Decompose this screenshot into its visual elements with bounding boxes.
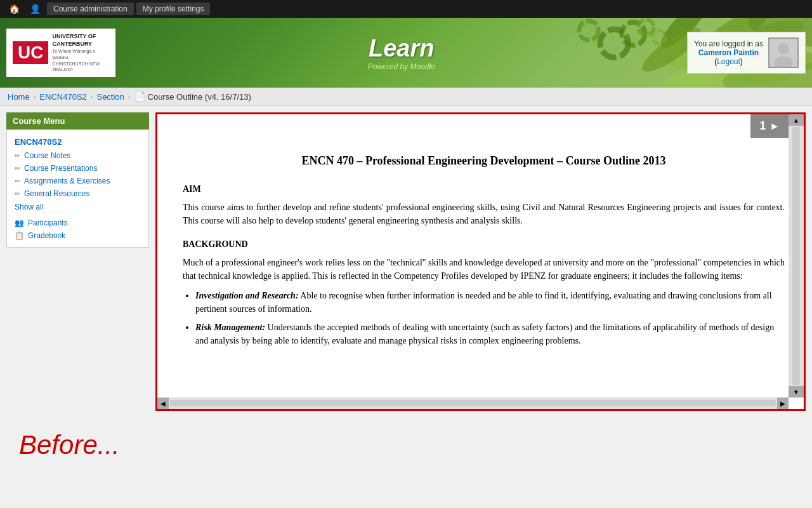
uc-name-line4: CHRISTCHURCH NEW ZEALAND bbox=[52, 61, 109, 74]
background-heading: BACKGROUND bbox=[183, 237, 785, 251]
scroll-track-v[interactable] bbox=[792, 127, 800, 385]
menu-item-course-notes[interactable]: ✏ Course Notes bbox=[7, 149, 148, 162]
participants-label: Participants bbox=[28, 218, 68, 227]
bullet2-label: Risk Management: bbox=[195, 323, 265, 332]
bullet2-text: Understands the accepted methods of deal… bbox=[195, 323, 774, 345]
home-icon[interactable]: 🏠 bbox=[5, 3, 23, 15]
top-navigation: 🏠 👤 Course administration My profile set… bbox=[0, 0, 812, 18]
profile-settings-button[interactable]: My profile settings bbox=[136, 3, 211, 15]
course-menu-body: ENCN470S2 ✏ Course Notes ✏ Course Presen… bbox=[6, 130, 149, 248]
user-icon[interactable]: 👤 bbox=[26, 3, 44, 15]
learn-title: Learn bbox=[115, 35, 687, 62]
menu-gradebook[interactable]: 📋 Gradebook bbox=[7, 229, 148, 242]
participants-icon: 👥 bbox=[15, 218, 24, 227]
scroll-up-button[interactable]: ▲ bbox=[789, 114, 804, 126]
scroll-track-h[interactable] bbox=[170, 400, 776, 406]
show-all-link[interactable]: Show all bbox=[7, 200, 148, 214]
uc-logo: UC UNIVERSITY OF CANTERBURY Te Whare Wān… bbox=[6, 29, 115, 77]
scroll-left-button[interactable]: ◀ bbox=[157, 398, 169, 409]
bullet-item-2: Risk Management: Understands the accepte… bbox=[195, 321, 785, 347]
username-link[interactable]: Cameron Paintin bbox=[694, 48, 763, 57]
course-admin-button[interactable]: Course administration bbox=[47, 3, 134, 15]
document-viewer: ▲ ▼ 1 ► ENCN 470 – Professional Engineer… bbox=[155, 112, 806, 411]
pencil-icon: ✏ bbox=[15, 164, 20, 173]
bullet1-label: Investigation and Research: bbox=[195, 291, 299, 300]
menu-item-general-resources[interactable]: ✏ General Resources bbox=[7, 187, 148, 200]
breadcrumb-current: Course Outline (v4, 16/7/13) bbox=[148, 92, 251, 102]
pencil-icon: ✏ bbox=[15, 177, 20, 185]
svg-point-15 bbox=[778, 43, 789, 55]
menu-item-label: Course Notes bbox=[24, 151, 70, 160]
logged-in-label: You are logged in as bbox=[694, 39, 763, 48]
scroll-right-button[interactable]: ▶ bbox=[777, 398, 789, 409]
header-banner: UC UNIVERSITY OF CANTERBURY Te Whare Wān… bbox=[0, 18, 812, 88]
gradebook-icon: 📋 bbox=[15, 231, 24, 240]
vertical-scrollbar[interactable]: ▲ ▼ bbox=[789, 114, 804, 398]
bullet-item-1: Investigation and Research: Able to reco… bbox=[195, 289, 785, 316]
aim-heading: AIM bbox=[183, 182, 785, 196]
horizontal-scrollbar[interactable]: ◀ ▶ bbox=[157, 398, 789, 409]
menu-item-label: General Resources bbox=[24, 189, 89, 198]
before-text: Before... bbox=[0, 417, 812, 473]
pencil-icon: ✏ bbox=[15, 152, 20, 160]
pdf-icon: 📄 bbox=[134, 91, 145, 102]
menu-item-label: Assignments & Exercises bbox=[24, 177, 110, 185]
course-link[interactable]: ENCN470S2 bbox=[7, 135, 148, 149]
main-content: Course Menu ENCN470S2 ✏ Course Notes ✏ C… bbox=[0, 106, 812, 417]
background-text: Much of a professional engineer's work r… bbox=[183, 256, 785, 283]
svg-point-16 bbox=[774, 57, 793, 67]
gradebook-label: Gradebook bbox=[28, 231, 65, 240]
page-number: 1 bbox=[759, 119, 766, 133]
powered-by: Powered by Moodle bbox=[115, 62, 687, 71]
uc-name-line3: Te Whare Wānanga o Waitaha bbox=[52, 48, 109, 61]
pencil-icon: ✏ bbox=[15, 190, 20, 198]
menu-item-course-presentations[interactable]: ✏ Course Presentations bbox=[7, 162, 148, 175]
header-center: Learn Powered by Moodle bbox=[115, 35, 687, 71]
scroll-down-button[interactable]: ▼ bbox=[789, 386, 804, 398]
menu-participants[interactable]: 👥 Participants bbox=[7, 217, 148, 229]
page-badge: 1 ► bbox=[750, 114, 789, 138]
breadcrumb-home[interactable]: Home bbox=[8, 92, 30, 102]
breadcrumb: Home › ENCN470S2 › Section › 📄 Course Ou… bbox=[0, 88, 812, 106]
user-info-panel: You are logged in as Cameron Paintin (Lo… bbox=[687, 32, 806, 74]
document-title: ENCN 470 – Professional Engineering Deve… bbox=[183, 152, 785, 170]
menu-item-label: Course Presentations bbox=[24, 164, 97, 173]
sidebar: Course Menu ENCN470S2 ✏ Course Notes ✏ C… bbox=[6, 112, 149, 411]
breadcrumb-course[interactable]: ENCN470S2 bbox=[39, 92, 86, 102]
document-content: ENCN 470 – Professional Engineering Deve… bbox=[157, 114, 804, 365]
avatar bbox=[768, 37, 799, 68]
menu-item-assignments[interactable]: ✏ Assignments & Exercises bbox=[7, 175, 148, 187]
logout-link[interactable]: Logout bbox=[717, 57, 740, 66]
course-menu-title: Course Menu bbox=[6, 112, 149, 130]
uc-name-line2: CANTERBURY bbox=[52, 40, 109, 48]
aim-text: This course aims to further develop and … bbox=[183, 201, 785, 227]
breadcrumb-section[interactable]: Section bbox=[96, 92, 124, 102]
uc-name-line1: UNIVERSITY OF bbox=[52, 32, 109, 41]
bullet-list: Investigation and Research: Able to reco… bbox=[195, 289, 785, 347]
page-arrow[interactable]: ► bbox=[769, 121, 780, 132]
